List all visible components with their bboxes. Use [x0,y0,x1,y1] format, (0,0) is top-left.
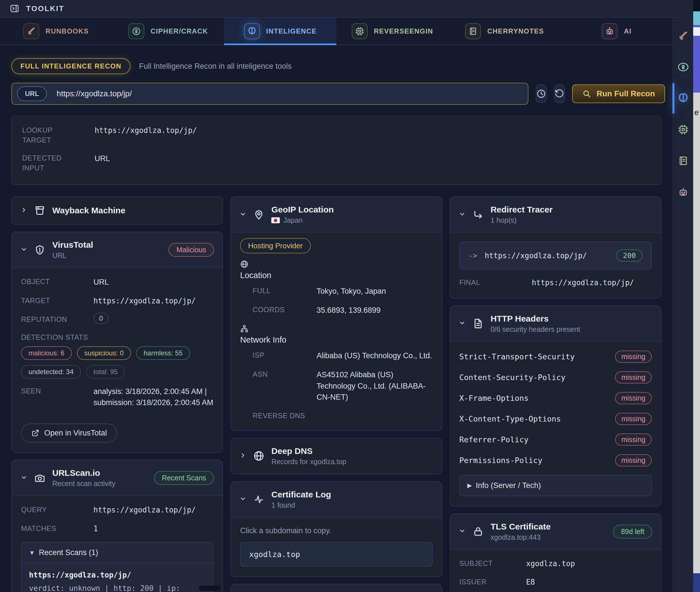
isp-value: Alibaba (US) Technology Co., Ltd. [316,350,433,361]
rail-cipher-keyhole-icon[interactable] [677,61,690,73]
tab-reverseengin[interactable]: REVERSEENGIN [336,17,449,45]
run-full-recon-button[interactable]: Run Full Recon [572,84,665,103]
header-name: X-Frame-Options [459,394,529,402]
recent-scan-entry[interactable]: https://xgodlza.top/jp/ verdict: unknown… [21,563,213,592]
rail-inteligence-brain-icon[interactable] [677,92,690,104]
redirect-header[interactable]: Redirect Tracer 1 hop(s) [450,197,661,232]
recon-input-box[interactable]: URL [11,83,529,105]
chevron-down-icon [459,528,466,536]
geoip-header[interactable]: GeoIP Location Japan [231,197,442,232]
detection-stats-chips: malicious: 6 suspicious: 0 harmless: 55 … [21,346,213,379]
geoip-body: Hosting Provider Location FULL Tokyo, To… [231,232,442,430]
header-row: Permissions-Policy missing [459,454,652,466]
wayback-header[interactable]: Wayback Machine [12,197,222,224]
camera-icon [34,473,45,484]
column-middle: GeoIP Location Japan Hosting Provider Lo… [231,196,442,592]
panel-title: HTTP Headers [491,314,580,324]
deepdns-header[interactable]: Deep DNS Records for xgodlza.top [231,438,442,474]
panel-subtitle: 1 hop(s) [491,216,553,225]
header-name: Content-Security-Policy [459,373,566,382]
hop-url: https://xgodlza.top/jp/ [485,251,587,260]
tab-ai[interactable]: AI [560,17,673,45]
tab-label: REVERSEENGIN [374,27,433,35]
header-name: X-Content-Type-Options [459,414,561,423]
cert-expiry-badge: 89d left [613,525,652,539]
search-icon [583,90,591,98]
sidebar-toggle-icon[interactable] [10,4,19,13]
brain-icon [244,23,260,39]
matches-label: MATCHES [21,524,82,534]
rail-ai-robot-icon[interactable] [677,186,690,198]
edge-fragment: e [693,93,700,573]
reputation-label: REPUTATION [21,314,82,325]
geoip-panel: GeoIP Location Japan Hosting Provider Lo… [231,196,442,431]
urlscan-header[interactable]: URLScan.io Recent scan activity Recent S… [12,460,222,496]
chevron-right-icon [240,452,246,460]
server-tech-expander[interactable]: ▶ Info (Server / Tech) [459,475,652,496]
tool-rail [673,17,693,592]
scrollbar-thumb[interactable] [199,586,220,591]
recon-url-input[interactable] [56,89,523,98]
tab-cherrynotes[interactable]: CHERRYNOTES [449,17,561,45]
urlscan-panel: URLScan.io Recent scan activity Recent S… [11,460,223,592]
open-virustotal-label: Open in VirusTotal [44,429,107,438]
recon-search-row: URL [11,83,661,105]
virustotal-header[interactable]: VirusTotal URL Malicious [12,232,222,267]
header-row: X-Frame-Options missing [459,392,652,404]
map-pin-icon [253,209,264,220]
scan-meta: verdict: unknown | http: 200 | ip: 47.79… [29,583,205,592]
shield-alert-icon [34,244,45,256]
subdomain-copy-button[interactable]: xgodlza.top [240,542,433,567]
missing-pill: missing [615,434,652,446]
activity-icon [253,494,264,505]
history-button[interactable] [536,84,547,103]
object-value: URL [94,277,213,288]
http-headers-header[interactable]: HTTP Headers 0/6 security headers presen… [450,306,661,341]
rail-cherrynotes-notebook-icon[interactable] [677,154,690,167]
header-name: Strict-Transport-Security [459,352,575,361]
panel-title: Redirect Tracer [491,205,553,214]
tab-inteligence[interactable]: INTELIGENCE [224,17,336,45]
object-label: OBJECT [21,277,82,287]
column-left: Wayback Machine [11,196,223,592]
chevron-down-icon [459,211,466,219]
robot-icon [602,23,617,39]
panel-title: Wayback Machine [52,206,125,215]
open-virustotal-button[interactable]: Open in VirusTotal [21,424,117,443]
header-name: Permissions-Policy [459,456,543,465]
column-right: Redirect Tracer 1 hop(s) -> https://xgod… [450,196,661,592]
certlog-body: Click a subdomain to copy. xgodlza.top [231,517,442,576]
tab-label: CHERRYNOTES [487,27,544,35]
issuer-label: ISSUER [459,577,515,587]
hop-status-pill: 200 [616,249,643,262]
triangle-right-icon: ▶ [467,482,472,489]
panel-title: Deep DNS [271,446,346,456]
swords-icon [23,23,39,39]
tab-runbooks[interactable]: RUNBOOKS [0,17,112,45]
lock-icon [472,526,484,537]
seen-label: SEEN [21,386,82,396]
recent-scans-toggle[interactable]: ▼ Recent Scans (1) [21,543,213,563]
panel-subtitle: xgodlza.top:443 [491,533,551,541]
whois-header[interactable]: Whois Lookup Source: rdap 84d to expiry [231,584,442,592]
panel-subtitle: Records for xgodlza.top [271,458,346,466]
rail-reverseengin-cpu-icon[interactable] [677,123,690,136]
certlog-header[interactable]: Certificate Log 1 found [231,482,442,517]
virustotal-panel: VirusTotal URL Malicious OBJECT URL TARG… [11,232,223,453]
header-row: Strict-Transport-Security missing [459,351,652,363]
seen-value: analysis: 3/18/2026, 2:00:45 AM | submis… [94,386,213,408]
full-label: FULL [253,286,305,296]
chevron-down-icon [240,495,246,503]
notebook-icon [465,23,481,39]
detection-stats-label: DETECTION STATS [21,332,213,342]
reset-button[interactable] [554,84,565,103]
missing-pill: missing [615,351,652,363]
certlog-panel: Certificate Log 1 found Click a subdomai… [231,481,442,577]
final-label: FINAL [459,278,520,288]
http-headers-panel: HTTP Headers 0/6 security headers presen… [450,305,661,506]
tab-cipher-crack[interactable]: CIPHER/CRACK [112,17,224,45]
tls-header[interactable]: TLS Certificate xgodlza.top:443 89d left [450,514,661,549]
rail-runbooks-swords-icon[interactable] [677,30,690,42]
wayback-panel: Wayback Machine [11,196,223,225]
lookup-target-label: LOOKUP TARGET [22,125,83,145]
